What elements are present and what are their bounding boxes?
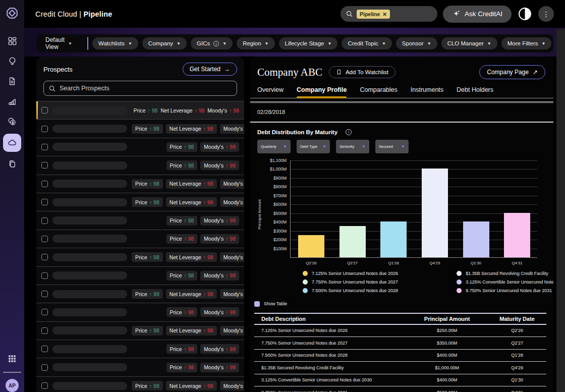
- x-axis-tick: Q1'28: [388, 261, 399, 265]
- debt-table-row: 8.750% Senior Unsecured Notes due 2031$5…: [254, 386, 546, 392]
- sidebar-item-coins-icon[interactable]: [3, 114, 21, 130]
- filter-sponsor[interactable]: Sponsor▼: [396, 37, 437, 49]
- prospect-row[interactable]: Price↑ 98Net Leverage↑ 98Moody's↑ 98: [36, 321, 244, 340]
- company-tabs: OverviewCompany ProfileComparablesInstru…: [250, 86, 553, 98]
- global-search-input[interactable]: Pipeline✕: [341, 6, 437, 22]
- row-checkbox[interactable]: [41, 107, 48, 114]
- sidebar-item-copy-icon[interactable]: [3, 156, 21, 172]
- dropdown-secured[interactable]: Secured▼: [375, 140, 409, 153]
- redacted-company-name: [52, 125, 127, 133]
- top-bar: Credit Cloud | Pipeline Pipeline✕ Ask Cr…: [24, 0, 565, 28]
- row-checkbox[interactable]: [41, 327, 48, 334]
- y-axis-tick: $300M: [273, 229, 287, 234]
- filter-clo-manager[interactable]: CLO Manager▼: [441, 37, 497, 49]
- filter-watchlists[interactable]: Watchlists▼: [92, 37, 138, 49]
- dropdown-seniority[interactable]: Seniority▼: [336, 140, 369, 153]
- filter-region[interactable]: Region▼: [237, 37, 274, 49]
- apps-grid-icon[interactable]: [3, 351, 21, 367]
- row-checkbox[interactable]: [41, 181, 48, 187]
- legend-item: $1.35B Secured Revolving Credit Facility: [457, 271, 553, 276]
- row-checkbox[interactable]: [41, 291, 48, 297]
- list-view-button[interactable]: [88, 37, 88, 49]
- tab-company-profile[interactable]: Company Profile: [297, 86, 347, 98]
- sidebar-item-lightbulb-icon[interactable]: [3, 53, 21, 69]
- prospect-row[interactable]: Price↑ 98Net Leverage↑ 98Moody's↑ 98: [36, 175, 244, 193]
- add-to-watchlist-button[interactable]: Add To Watchlist: [329, 66, 396, 78]
- row-checkbox[interactable]: [41, 236, 48, 242]
- prospect-row[interactable]: Price↑ 98Moody's↑ 98: [36, 358, 244, 376]
- dropdown-debt-type[interactable]: Debt Type▼: [297, 140, 330, 153]
- tab-comparables[interactable]: Comparables: [360, 86, 397, 98]
- sidebar-item-document-icon[interactable]: [3, 73, 21, 89]
- filter-credit-topic[interactable]: Credit Topic▼: [342, 37, 391, 49]
- gridline: [291, 204, 537, 205]
- redacted-company-name: [52, 271, 127, 279]
- get-started-button[interactable]: Get Started→: [183, 63, 237, 76]
- prospect-row[interactable]: Price↑ 98Moody's↑ 98: [36, 211, 244, 229]
- tab-debt-holders[interactable]: Debt Holders: [457, 86, 493, 98]
- legend-swatch: [457, 279, 462, 285]
- chart-legend: 7.125% Senior Unsecured Notes due 20267.…: [250, 271, 553, 293]
- prospect-row[interactable]: Price↑ 98Moody's↑ 98: [36, 266, 244, 285]
- gridline: [291, 240, 537, 240]
- row-checkbox[interactable]: [41, 126, 48, 132]
- prospect-row[interactable]: Price↑ 98Net Leverage↑ 98Moody's↑ 98: [36, 285, 244, 303]
- info-icon[interactable]: i: [346, 129, 352, 135]
- row-checkbox[interactable]: [41, 309, 48, 315]
- dropdown-quarterly[interactable]: Quarterly▼: [257, 140, 291, 153]
- filter-company[interactable]: Company▼: [142, 37, 187, 49]
- row-checkbox[interactable]: [41, 382, 48, 389]
- row-checkbox[interactable]: [41, 217, 48, 224]
- y-axis-tick: $800M: [273, 184, 287, 189]
- prospect-row[interactable]: Price↑ 98Moody's↑ 98: [36, 230, 244, 248]
- chip-close-icon[interactable]: ✕: [382, 11, 387, 17]
- user-avatar[interactable]: AP: [6, 379, 19, 392]
- theme-contrast-toggle[interactable]: [517, 6, 533, 22]
- filter-more-filters[interactable]: More Filters▼: [501, 37, 552, 49]
- sidebar-item-dashboard-icon[interactable]: [3, 33, 21, 49]
- debt-table-row: 7.500% Senior Unsecured Notes due 2028$4…: [254, 350, 546, 362]
- filter-gics[interactable]: GICsi▼: [191, 37, 233, 49]
- show-table-checkbox[interactable]: [254, 301, 260, 307]
- row-checkbox[interactable]: [41, 364, 48, 371]
- row-checkbox[interactable]: [41, 199, 48, 205]
- prospects-search-input[interactable]: [60, 85, 232, 92]
- prospect-row[interactable]: Price↑ 98Net Leverage↑ 98Moody's↑ 98: [36, 119, 244, 137]
- bar-Q2'27: [340, 226, 366, 257]
- prospect-row[interactable]: Price↑ 98Net Leverage↑ 98Moody's↑ 98: [36, 193, 244, 211]
- view-selector[interactable]: Default View▼: [42, 36, 75, 50]
- metric-badge: Moody's↑ 98: [220, 252, 244, 262]
- redacted-company-name: [52, 363, 127, 371]
- row-checkbox[interactable]: [41, 346, 48, 352]
- row-checkbox[interactable]: [41, 162, 48, 169]
- sidebar-nav: [3, 33, 21, 172]
- chevron-down-icon: ▼: [541, 41, 545, 46]
- tab-instruments[interactable]: Instruments: [411, 86, 443, 98]
- prospect-row[interactable]: Price↑ 98Moody's↑ 98: [36, 303, 244, 321]
- gridline: [291, 169, 537, 170]
- filter-lifecycle-stage[interactable]: Lifecycle Stage▼: [279, 37, 338, 49]
- prospect-row[interactable]: Price↑ 98Net Leverage↑ 98Moody's↑ 98: [36, 101, 244, 119]
- sidebar-item-cloud-icon[interactable]: [3, 134, 21, 152]
- row-checkbox[interactable]: [41, 144, 48, 150]
- prospect-row[interactable]: Price↑ 98Moody's↑ 98: [36, 340, 244, 358]
- prospect-row[interactable]: Price↑ 98Moody's↑ 98: [36, 138, 244, 156]
- ask-creditai-button[interactable]: Ask CreditAI: [443, 6, 512, 23]
- prospects-search[interactable]: [43, 81, 237, 96]
- overflow-menu-button[interactable]: ⋮: [538, 6, 554, 22]
- sidebar-item-bar-chart-icon[interactable]: [3, 93, 21, 109]
- legend-swatch: [457, 271, 462, 276]
- redacted-company-name: [52, 106, 127, 115]
- row-checkbox[interactable]: [41, 272, 48, 279]
- credit-cloud-logo[interactable]: [5, 6, 20, 21]
- tab-overview[interactable]: Overview: [257, 86, 284, 98]
- search-filter-chip[interactable]: Pipeline✕: [357, 10, 390, 19]
- bar-Q2'26: [298, 235, 324, 257]
- page-title: Credit Cloud | Pipeline: [35, 10, 112, 18]
- prospect-row[interactable]: Price↑ 98Net Leverage↑ 98Moody's↑ 98: [36, 248, 244, 266]
- chevron-down-icon: ▼: [68, 41, 72, 46]
- prospect-row[interactable]: Price↑ 98Net Leverage↑ 98Moody's↑ 98: [36, 376, 244, 392]
- company-page-button[interactable]: Company Page↗: [479, 65, 545, 79]
- prospect-row[interactable]: Price↑ 98Moody's↑ 98: [36, 156, 244, 174]
- row-checkbox[interactable]: [41, 254, 48, 260]
